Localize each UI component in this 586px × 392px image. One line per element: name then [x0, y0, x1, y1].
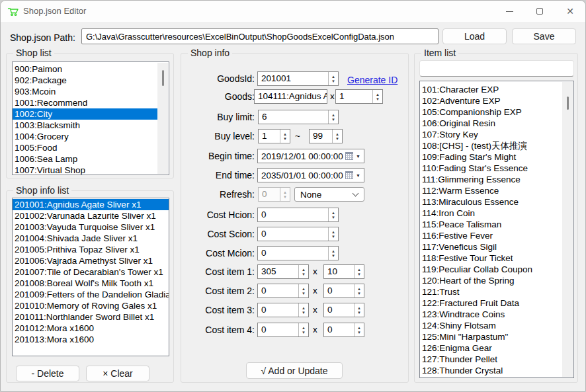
spinner-down-icon[interactable]: ▼ — [331, 79, 335, 83]
cost-item4-count-spinner[interactable]: 0 ▲▼ — [323, 323, 364, 337]
scrollbar-thumb[interactable] — [567, 97, 569, 110]
spinner-arrows[interactable]: ▲▼ — [298, 284, 308, 297]
list-item[interactable]: 114:Iron Coin — [420, 208, 562, 219]
spinner-up-icon[interactable]: ▲ — [331, 75, 335, 79]
spinner-arrows[interactable]: ▲▼ — [298, 303, 308, 317]
cost-item1-count-spinner[interactable]: 10 ▲▼ — [323, 264, 364, 279]
chevron-down-icon[interactable] — [353, 190, 359, 197]
save-button[interactable]: Save — [512, 28, 576, 44]
cost-mcion-spinner[interactable]: 0 ▲▼ — [257, 246, 339, 260]
clear-button[interactable]: × Clear — [86, 366, 149, 381]
dropdown-arrow-icon[interactable]: ▼ — [356, 154, 360, 159]
end-time-picker[interactable]: 2035/01/01 00:00:00 ▼ — [257, 168, 364, 182]
spinner-arrows[interactable]: ▲▼ — [354, 303, 364, 317]
list-item[interactable]: 126:Enigma Gear — [420, 342, 562, 354]
goodsid-spinner[interactable]: 201001 ▲▼ — [257, 71, 339, 86]
list-item[interactable]: 102:Adventure EXP — [420, 95, 562, 106]
spinner-up-icon[interactable]: ▲ — [376, 93, 380, 97]
list-item[interactable]: 115:Peace Talisman — [420, 219, 562, 230]
scrollbar-thumb[interactable] — [162, 70, 164, 86]
dropdown-arrow-icon[interactable]: ▼ — [356, 173, 360, 178]
spinner-arrows[interactable]: ▲▼ — [354, 265, 364, 278]
list-item[interactable]: 123:Windtrace Coins — [420, 309, 562, 320]
list-item[interactable]: 201008:Boreal Wolf's Milk Tooth x1 — [13, 278, 169, 289]
spinner-down-icon[interactable]: ▼ — [335, 137, 339, 141]
cost-item2-id-spinner[interactable]: 0 ▲▼ — [257, 284, 309, 298]
list-item[interactable]: 118:Festive Tour Ticket — [420, 253, 562, 264]
list-item[interactable]: 201006:Vajrada Amethyst Sliver x1 — [13, 255, 169, 266]
spinner-down-icon[interactable]: ▼ — [331, 118, 335, 122]
list-item[interactable]: 900:Paimon — [13, 63, 157, 75]
spinner-up-icon[interactable]: ▲ — [357, 326, 361, 330]
goods-count-spinner[interactable]: 1 ▲▼ — [335, 89, 383, 104]
spinner-down-icon[interactable]: ▼ — [357, 292, 361, 295]
spinner-arrows[interactable]: ▲▼ — [328, 208, 338, 221]
list-item[interactable]: 117:Veneficus Sigil — [420, 241, 562, 253]
spinner-down-icon[interactable]: ▼ — [331, 216, 335, 219]
cost-hcion-spinner[interactable]: 0 ▲▼ — [257, 208, 339, 222]
spinner-down-icon[interactable]: ▼ — [302, 311, 306, 315]
list-item[interactable]: 1004:Grocery — [13, 131, 157, 142]
spinner-up-icon[interactable]: ▲ — [302, 326, 306, 330]
spinner-arrows[interactable]: ▲▼ — [328, 247, 338, 260]
minimize-button[interactable] — [494, 1, 524, 22]
refresh-mode-combobox[interactable]: None — [294, 187, 364, 202]
list-item[interactable]: 902:Package — [13, 75, 157, 86]
buy-level-min-spinner[interactable]: 1 ▲▼ — [258, 129, 290, 143]
item-list[interactable]: 101:Character EXP102:Adventure EXP105:Co… — [419, 81, 574, 378]
scrollbar[interactable] — [562, 82, 573, 377]
spinner-arrows[interactable]: ▲▼ — [354, 323, 364, 336]
close-button[interactable]: ✕ — [555, 1, 585, 22]
list-item[interactable]: 122:Fractured Fruit Data — [420, 297, 562, 309]
spinner-arrows[interactable]: ▲▼ — [372, 90, 382, 103]
list-item[interactable]: 116:Festive Fever — [420, 230, 562, 241]
spinner-up-icon[interactable]: ▲ — [331, 249, 335, 253]
cost-scion-spinner[interactable]: 0 ▲▼ — [257, 227, 339, 241]
spinner-up-icon[interactable]: ▲ — [302, 306, 306, 310]
cost-item1-id-spinner[interactable]: 305 ▲▼ — [257, 264, 309, 279]
list-item[interactable]: 125:Mini "Harpastum" — [420, 331, 562, 342]
list-item[interactable]: 903:Mcoin — [13, 86, 157, 97]
list-item[interactable]: 106:Original Resin — [420, 118, 562, 129]
list-item[interactable]: 201009:Fetters of the Dandelion Gladiato… — [13, 289, 169, 300]
spinner-down-icon[interactable]: ▼ — [283, 137, 287, 141]
list-item[interactable]: 1006:Sea Lamp — [13, 153, 157, 165]
list-item[interactable]: 201013:Mora x1600 — [13, 334, 169, 345]
list-item[interactable]: 201001:Agnidus Agate Sliver x1 — [13, 199, 169, 210]
spinner-down-icon[interactable]: ▼ — [302, 331, 306, 334]
spinner-up-icon[interactable]: ▲ — [302, 268, 306, 272]
spinner-arrows[interactable]: ▲▼ — [298, 323, 308, 336]
load-button[interactable]: Load — [442, 28, 507, 44]
list-item[interactable]: 1001:Recommend — [13, 97, 157, 108]
spinner-up-icon[interactable]: ▲ — [283, 132, 287, 136]
spinner-arrows[interactable]: ▲▼ — [354, 284, 364, 297]
delete-button[interactable]: - Delete — [16, 366, 79, 381]
list-item[interactable]: 128:Thunder Crystal — [420, 365, 562, 376]
list-item[interactable]: 109:Fading Star's Might — [420, 151, 562, 163]
spinner-arrows[interactable]: ▲▼ — [328, 72, 338, 85]
list-item[interactable]: 201002:Varunada Lazurite Sliver x1 — [13, 210, 169, 221]
spinner-up-icon[interactable]: ▲ — [335, 132, 339, 136]
cost-item4-id-spinner[interactable]: 0 ▲▼ — [257, 323, 309, 337]
list-item[interactable]: 201003:Vayuda Turquoise Sliver x1 — [13, 221, 169, 233]
add-or-update-button[interactable]: √ Add or Update — [246, 362, 343, 379]
list-item[interactable]: 120:Heart of the Spring — [420, 275, 562, 286]
spinner-arrows[interactable]: ▲▼ — [298, 265, 308, 278]
list-item[interactable]: 113:Miraculous Essence — [420, 196, 562, 208]
list-item[interactable]: 110:Fading Star's Essence — [420, 163, 562, 174]
list-item[interactable]: 121:Trust — [420, 286, 562, 297]
spinner-up-icon[interactable]: ▲ — [331, 113, 335, 117]
spinner-down-icon[interactable]: ▼ — [376, 97, 380, 101]
list-item[interactable]: 112:Warm Essence — [420, 185, 562, 196]
scrollbar[interactable] — [157, 63, 168, 174]
cost-item2-count-spinner[interactable]: 0 ▲▼ — [323, 284, 364, 298]
spinner-up-icon[interactable]: ▲ — [331, 230, 335, 234]
title-bar[interactable]: Shop.json Editor ✕ — [1, 1, 585, 22]
spinner-up-icon[interactable]: ▲ — [357, 306, 361, 310]
list-item[interactable]: 107:Story Key — [420, 129, 562, 140]
maximize-button[interactable] — [524, 1, 555, 22]
list-item[interactable]: 119:Peculiar Collab Coupon — [420, 264, 562, 275]
spinner-down-icon[interactable]: ▼ — [302, 292, 306, 295]
spinner-down-icon[interactable]: ▼ — [302, 272, 306, 276]
list-item[interactable]: 105:Companionship EXP — [420, 106, 562, 118]
